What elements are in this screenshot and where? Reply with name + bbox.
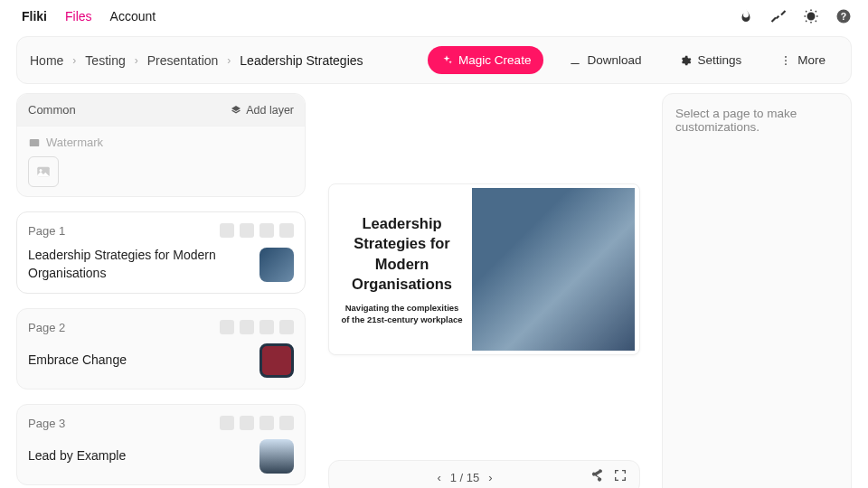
- chevron-right-icon: ›: [227, 54, 231, 67]
- page-3-label: Page 3: [28, 417, 65, 430]
- common-panel: Common Add layer Watermark: [16, 93, 306, 197]
- common-label: Common: [28, 103, 76, 117]
- page-card-2[interactable]: Page 2 Embrace Change: [16, 308, 306, 389]
- page-card-1[interactable]: Page 1 Leadership Strategies for Modern …: [16, 211, 306, 294]
- sun-icon[interactable]: [803, 8, 819, 24]
- chevron-right-icon: ›: [72, 54, 76, 67]
- slide-subtitle: Navigating the complexities of the 21st-…: [342, 303, 463, 325]
- help-icon[interactable]: ?: [835, 8, 852, 24]
- page-2-thumb: [259, 343, 294, 378]
- canvas-area: Leadership Strategies for Modern Organis…: [322, 93, 646, 488]
- crumb-testing[interactable]: Testing: [85, 53, 125, 68]
- page-tools[interactable]: [220, 223, 294, 238]
- add-layer-button[interactable]: Add layer: [231, 104, 294, 117]
- page-3-thumb: [259, 439, 294, 474]
- page-tools[interactable]: [220, 320, 294, 334]
- pager-next[interactable]: ›: [488, 471, 492, 484]
- page-3-title: Lead by Example: [28, 447, 126, 465]
- download-label: Download: [587, 53, 641, 67]
- slide-image: [472, 188, 636, 351]
- page-2-title: Embrace Change: [28, 352, 127, 370]
- page-2-label: Page 2: [28, 321, 65, 334]
- slide-title: Leadership Strategies for Modern Organis…: [342, 213, 463, 294]
- right-panel: Select a page to make customizations.: [662, 93, 852, 488]
- nav-files[interactable]: Files: [65, 9, 92, 23]
- more-label: More: [797, 53, 826, 67]
- share-icon[interactable]: [590, 468, 604, 486]
- crumb-current[interactable]: Leadership Strategies: [240, 53, 363, 68]
- more-button[interactable]: More: [767, 46, 838, 74]
- nav-account[interactable]: Account: [110, 9, 156, 23]
- crumb-home[interactable]: Home: [30, 53, 63, 68]
- watermark-row[interactable]: Watermark: [28, 136, 294, 149]
- page-1-thumb: [259, 248, 294, 282]
- pager-bar: ‹ 1 / 15 ›: [328, 460, 640, 488]
- page-card-3[interactable]: Page 3 Lead by Example: [16, 404, 306, 485]
- pager-prev[interactable]: ‹: [437, 471, 440, 484]
- svg-point-4: [785, 63, 787, 65]
- magic-create-button[interactable]: Magic Create: [428, 46, 543, 74]
- brand-text: Fliki: [22, 9, 47, 23]
- brand[interactable]: Fliki: [16, 9, 47, 23]
- page-1-label: Page 1: [28, 224, 65, 238]
- slide-canvas[interactable]: Leadership Strategies for Modern Organis…: [328, 183, 640, 355]
- left-sidebar: Common Add layer Watermark Page 1: [16, 93, 306, 488]
- magic-create-label: Magic Create: [458, 53, 531, 67]
- svg-rect-5: [30, 138, 40, 145]
- chevron-right-icon: ›: [135, 54, 138, 67]
- svg-point-3: [785, 60, 787, 61]
- right-panel-text: Select a page to make customizations.: [675, 107, 797, 134]
- watermark-thumb[interactable]: [28, 156, 59, 187]
- svg-text:?: ?: [841, 11, 846, 22]
- crumb-presentation[interactable]: Presentation: [147, 53, 219, 68]
- breadcrumb-bar: Home › Testing › Presentation › Leadersh…: [16, 36, 852, 84]
- download-button[interactable]: Download: [556, 46, 654, 74]
- add-layer-label: Add layer: [246, 104, 294, 117]
- settings-button[interactable]: Settings: [666, 46, 754, 74]
- tools-icon[interactable]: [770, 8, 787, 24]
- page-tools[interactable]: [220, 416, 294, 430]
- page-1-title: Leadership Strategies for Modern Organis…: [28, 247, 250, 282]
- watermark-label: Watermark: [46, 136, 103, 149]
- svg-point-7: [40, 169, 42, 172]
- fullscreen-icon[interactable]: [613, 468, 627, 486]
- fire-icon[interactable]: [738, 8, 754, 24]
- breadcrumb: Home › Testing › Presentation › Leadersh…: [30, 53, 363, 68]
- settings-label: Settings: [697, 53, 741, 67]
- svg-point-2: [785, 56, 787, 58]
- pager-text: 1 / 15: [450, 471, 480, 484]
